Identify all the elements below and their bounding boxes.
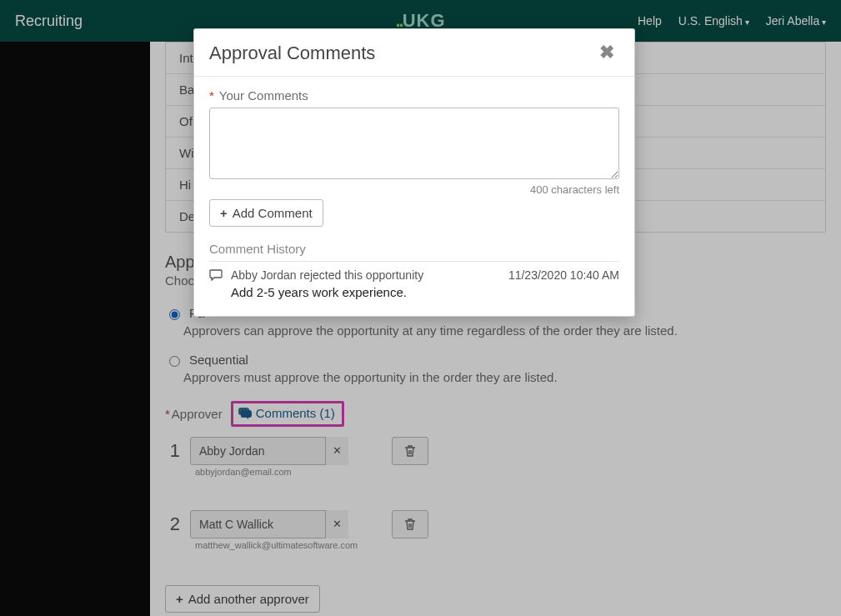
history-entry: Abby Jordan rejected this opportunity 11… <box>209 262 619 282</box>
close-button[interactable]: ✖ <box>594 43 619 63</box>
comment-textarea[interactable] <box>209 108 619 179</box>
speech-bubble-icon <box>209 269 223 281</box>
your-comments-label: * Your Comments <box>209 88 619 103</box>
plus-icon: + <box>220 206 228 220</box>
history-timestamp: 11/23/2020 10:40 AM <box>508 268 619 282</box>
history-body: Add 2-5 years work experience. <box>231 285 619 299</box>
char-counter: 400 characters left <box>209 183 619 196</box>
history-action: Abby Jordan rejected this opportunity <box>231 268 423 282</box>
close-icon: ✖ <box>599 42 614 63</box>
comment-history-title: Comment History <box>209 242 619 256</box>
approval-comments-modal: Approval Comments ✖ * Your Comments 400 … <box>193 28 635 317</box>
modal-title: Approval Comments <box>209 43 375 64</box>
add-comment-button[interactable]: + Add Comment <box>209 199 323 227</box>
